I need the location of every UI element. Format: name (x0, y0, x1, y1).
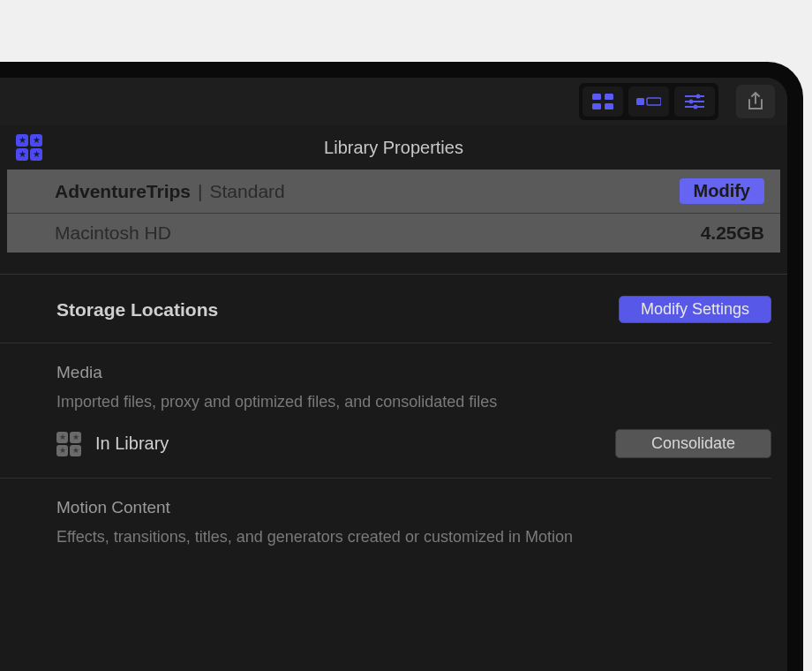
svg-rect-4 (636, 98, 644, 105)
library-icon: ★★ ★★ (56, 432, 81, 456)
device-frame: ★★ ★★ Library Properties AdventureTrips … (0, 62, 803, 671)
panel-header: ★★ ★★ Library Properties (0, 125, 787, 170)
top-toolbar (0, 78, 787, 125)
modify-settings-button[interactable]: Modify Settings (619, 296, 771, 323)
svg-rect-3 (605, 103, 613, 109)
media-title: Media (56, 363, 771, 382)
inspector-view-button[interactable] (674, 87, 715, 117)
library-separator: | (198, 181, 202, 202)
library-icon: ★★ ★★ (16, 134, 42, 161)
svg-rect-0 (592, 94, 601, 100)
motion-title: Motion Content (56, 498, 771, 517)
view-switcher-group (579, 83, 718, 120)
share-button[interactable] (736, 85, 775, 118)
clip-view-button[interactable] (583, 87, 623, 117)
app-screen: ★★ ★★ Library Properties AdventureTrips … (0, 78, 787, 671)
list-view-button[interactable] (628, 87, 669, 117)
media-location-row: ★★ ★★ In Library Consolidate (56, 429, 771, 458)
grid-icon (592, 94, 613, 109)
library-name: AdventureTrips (55, 181, 191, 202)
library-disk-row: Macintosh HD 4.25GB (7, 213, 780, 253)
storage-locations-header: Storage Locations Modify Settings (56, 296, 771, 343)
motion-description: Effects, transitions, titles, and genera… (56, 526, 771, 548)
consolidate-button[interactable]: Consolidate (615, 429, 771, 458)
sliders-icon (685, 94, 704, 109)
filmstrip-icon (636, 95, 661, 108)
library-summary-box: AdventureTrips | Standard Modify Macinto… (7, 170, 780, 253)
svg-point-7 (696, 94, 701, 99)
storage-locations-title: Storage Locations (56, 299, 218, 320)
share-icon (747, 91, 764, 112)
svg-point-11 (694, 105, 698, 109)
library-name-row: AdventureTrips | Standard Modify (7, 170, 780, 213)
svg-rect-1 (605, 94, 613, 100)
panel-title: Library Properties (324, 138, 463, 158)
media-subsection: Media Imported files, proxy and optimize… (56, 343, 771, 478)
svg-point-9 (689, 100, 694, 104)
disk-name: Macintosh HD (55, 222, 171, 244)
motion-subsection: Motion Content Effects, transitions, tit… (56, 479, 771, 584)
media-description: Imported files, proxy and optimized file… (56, 391, 771, 413)
storage-locations-section: Storage Locations Modify Settings Media … (0, 275, 787, 584)
media-location-label: In Library (95, 434, 169, 454)
library-mode: Standard (210, 181, 285, 202)
disk-size: 4.25GB (701, 222, 764, 244)
modify-button[interactable]: Modify (680, 178, 764, 204)
svg-rect-5 (647, 98, 661, 105)
svg-rect-2 (592, 103, 601, 109)
